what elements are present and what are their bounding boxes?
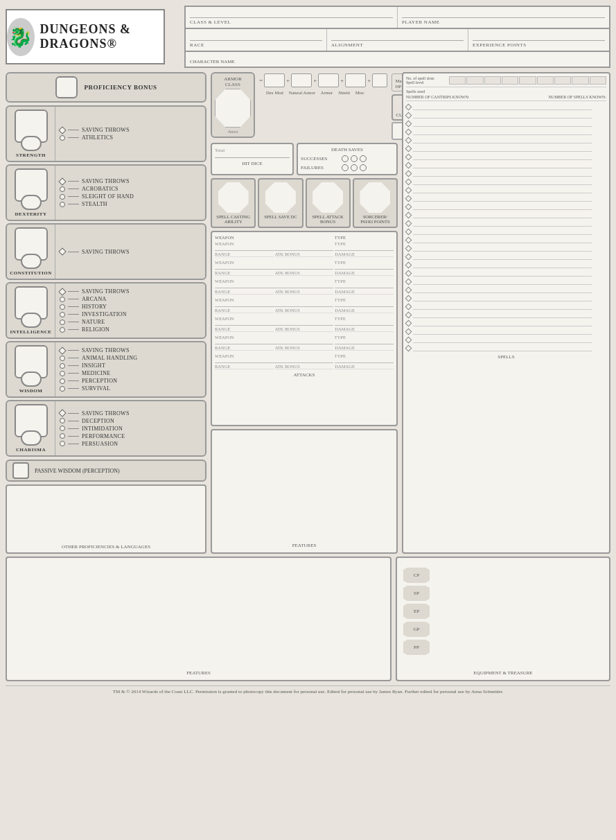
cha-save-diamond[interactable] <box>58 409 66 417</box>
spell-line-15[interactable] <box>413 228 592 235</box>
spell-diamond-27[interactable] <box>405 328 412 335</box>
armor-misc-box[interactable] <box>372 73 387 87</box>
spell-line-21[interactable] <box>413 278 592 285</box>
spell-line-16[interactable] <box>413 236 592 243</box>
spell-line-5[interactable] <box>413 145 592 152</box>
armor-natural-box[interactable] <box>291 73 312 87</box>
class-level-value[interactable] <box>190 8 393 18</box>
damage-field-2[interactable]: DAMAGE <box>335 289 394 295</box>
race-value[interactable] <box>190 31 322 41</box>
range-field-4[interactable]: RANGE <box>215 326 274 332</box>
spell-line-10[interactable] <box>413 186 592 193</box>
acrobatics-circle[interactable] <box>60 186 65 192</box>
success-circle-3[interactable] <box>360 155 367 162</box>
religion-circle[interactable] <box>60 327 65 333</box>
spell-diamond-3[interactable] <box>405 128 412 135</box>
failure-circle-2[interactable] <box>351 164 358 171</box>
con-save-diamond[interactable] <box>58 247 66 255</box>
spell-line-7[interactable] <box>413 161 592 168</box>
type-field-1[interactable]: TYPE <box>335 260 394 270</box>
deception-circle[interactable] <box>60 418 65 423</box>
spell-diamond-14[interactable] <box>405 220 412 227</box>
spell-line-22[interactable] <box>413 286 592 293</box>
spell-diamond-13[interactable] <box>405 211 412 218</box>
spell-line-20[interactable] <box>413 270 592 277</box>
spell-diamond-18[interactable] <box>405 253 412 260</box>
spell-diamond-20[interactable] <box>405 270 412 277</box>
wis-save-diamond[interactable] <box>58 347 66 354</box>
currency-ep[interactable]: EP <box>403 604 430 619</box>
weapon-field-3[interactable]: WEAPON <box>215 297 333 307</box>
spell-line-2[interactable] <box>413 120 592 127</box>
spell-diamond-10[interactable] <box>405 186 412 193</box>
type-field-2[interactable]: TYPE <box>335 279 394 288</box>
wisdom-mod[interactable] <box>21 371 42 387</box>
passive-wisdom-value[interactable] <box>12 462 29 479</box>
nature-circle[interactable] <box>60 320 65 325</box>
spell-diamond-2[interactable] <box>405 120 412 127</box>
class-level-field[interactable]: CLASS & LEVEL <box>186 7 398 28</box>
type-field-6[interactable]: TYPE <box>335 353 394 363</box>
spell-line-26[interactable] <box>413 320 592 326</box>
atk-bonus-field-3[interactable]: ATK BONUS <box>275 308 334 313</box>
survival-circle[interactable] <box>60 386 65 392</box>
intimidation-circle[interactable] <box>60 426 65 431</box>
race-field[interactable]: RACE <box>186 29 327 50</box>
atk-bonus-field-0[interactable]: ATK BONUS <box>275 252 334 257</box>
armor-dex-box[interactable] <box>264 73 285 87</box>
investigation-circle[interactable] <box>60 312 65 317</box>
spell-line-23[interactable] <box>413 295 592 301</box>
spell-line-13[interactable] <box>413 211 592 218</box>
equipment-text-area[interactable] <box>434 562 605 667</box>
spell-line-24[interactable] <box>413 303 592 310</box>
str-save-diamond[interactable] <box>58 126 66 134</box>
spell-line-28[interactable] <box>413 336 592 343</box>
dex-save-diamond[interactable] <box>58 177 66 185</box>
spell-diamond-6[interactable] <box>405 153 412 160</box>
medicine-circle[interactable] <box>60 371 65 376</box>
spell-diamond-28[interactable] <box>405 336 412 343</box>
history-circle[interactable] <box>60 304 65 310</box>
armor-armor-box[interactable] <box>318 73 339 87</box>
damage-field-3[interactable]: DAMAGE <box>335 308 394 313</box>
spell-diamond-5[interactable] <box>405 145 412 152</box>
athletics-circle[interactable] <box>60 135 65 141</box>
proficiency-bonus-value[interactable] <box>55 76 78 98</box>
int-save-diamond[interactable] <box>58 288 66 295</box>
spell-line-19[interactable] <box>413 261 592 268</box>
spell-line-4[interactable] <box>413 137 592 143</box>
spell-line-9[interactable] <box>413 178 592 185</box>
spell-diamond-19[interactable] <box>405 261 412 268</box>
features-box[interactable]: FEATURES <box>211 429 398 554</box>
constitution-mod[interactable] <box>21 254 42 269</box>
atk-bonus-field-2[interactable]: ATK BONUS <box>275 289 334 295</box>
type-field-4[interactable]: TYPE <box>335 316 394 326</box>
spell-diamond-8[interactable] <box>405 170 412 177</box>
stealth-circle[interactable] <box>60 202 65 207</box>
failure-circle-3[interactable] <box>360 164 367 171</box>
spell-diamond-12[interactable] <box>405 203 412 210</box>
spell-save-dc-value[interactable] <box>265 182 296 213</box>
spell-diamond-24[interactable] <box>405 303 412 310</box>
spell-diamond-11[interactable] <box>405 195 412 202</box>
currency-pp[interactable]: PP <box>403 640 430 655</box>
alignment-value[interactable] <box>331 31 464 41</box>
experience-field[interactable]: EXPERIENCE POINTS <box>468 29 609 50</box>
spell-line-25[interactable] <box>413 311 592 318</box>
atk-bonus-field-5[interactable]: ATK BONUS <box>275 345 334 351</box>
range-field-6[interactable]: RANGE <box>215 364 274 369</box>
spell-diamond-1[interactable] <box>405 112 412 119</box>
type-field-0[interactable]: TYPE <box>335 241 394 251</box>
spell-line-17[interactable] <box>413 245 592 252</box>
spell-diamond-17[interactable] <box>405 245 412 252</box>
spell-attack-bonus-value[interactable] <box>313 182 343 213</box>
success-circle-1[interactable] <box>342 155 349 162</box>
type-field-3[interactable]: TYPE <box>335 297 394 307</box>
performance-circle[interactable] <box>60 433 65 439</box>
sorcerer-points-value[interactable] <box>360 182 390 213</box>
sleight-of-hand-circle[interactable] <box>60 194 65 200</box>
intelligence-mod[interactable] <box>21 313 42 328</box>
currency-sp[interactable]: SP <box>403 586 430 601</box>
range-field-3[interactable]: RANGE <box>215 308 274 313</box>
spell-diamond-25[interactable] <box>405 311 412 318</box>
